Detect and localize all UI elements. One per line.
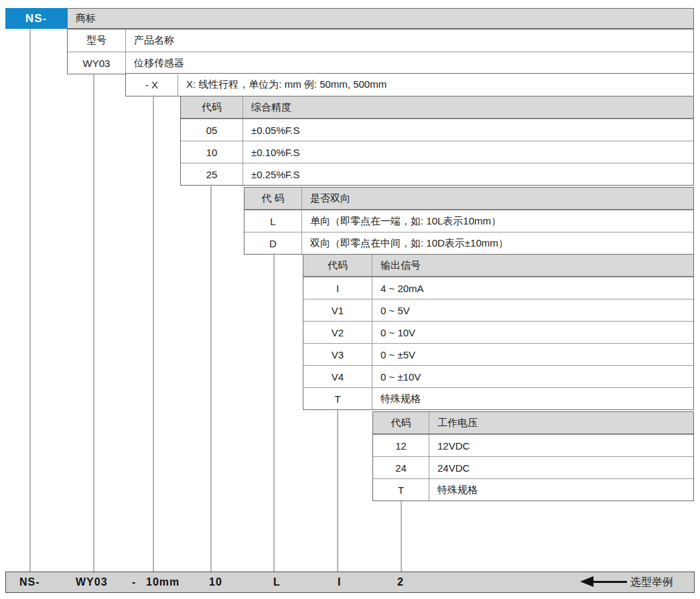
accuracy-table: 代码 综合精度 05 ±0.05%F.S 10 ±0.10%F.S 25 ±0.… (180, 96, 694, 186)
example-segment: WY03 (76, 572, 108, 592)
table-row: L 单向（即零点在一端，如: 10L表示10mm） (244, 210, 693, 232)
example-segment: NS- (19, 572, 40, 592)
voltage-table: 代码 工作电压 12 12VDC 24 24VDC T 特殊规格 (372, 411, 694, 501)
accuracy-code: 05 (181, 119, 243, 141)
connector-line-model (93, 73, 94, 572)
table-row: V2 0 ~ 10V (303, 321, 693, 343)
accuracy-code: 10 (181, 141, 243, 163)
output-desc: 0 ~ ±5V (372, 344, 693, 365)
table-row: T 特殊规格 (373, 478, 693, 501)
table-row: WY03 位移传感器 (68, 52, 693, 74)
output-header-desc: 输出信号 (372, 255, 693, 276)
table-row: T 特殊规格 (303, 387, 693, 409)
model-prefix-badge: NS- (5, 8, 67, 29)
voltage-desc: 24VDC (429, 457, 693, 478)
table-row: 10 ±0.10%F.S (181, 141, 693, 163)
table-row: V1 0 ~ 5V (303, 299, 693, 321)
table-row: 12 12VDC (373, 434, 693, 456)
brand-label: 商标 (76, 12, 96, 25)
direction-header-code: 代 码 (244, 188, 302, 209)
connector-line-prefix (29, 29, 31, 572)
output-code: V2 (303, 322, 372, 343)
accuracy-desc: ±0.25%F.S (243, 163, 693, 185)
accuracy-desc: ±0.05%F.S (243, 119, 693, 141)
example-bar-label: 选型举例 (630, 572, 673, 593)
example-segment: 10 (209, 572, 222, 592)
table-row: 型号 产品名称 (68, 29, 693, 52)
table-row: D 双向（即零点在中间，如: 10D表示±10mm） (244, 232, 693, 254)
table-header-row: 代码 综合精度 (181, 96, 693, 119)
output-desc: 4 ~ 20mA (372, 277, 693, 299)
stroke-code: - X (126, 74, 178, 96)
model-table: 型号 产品名称 WY03 位移传感器 (67, 29, 694, 74)
table-header-row: 代码 工作电压 (373, 412, 693, 434)
example-segment: 10mm (146, 572, 180, 592)
voltage-code: 12 (373, 435, 429, 456)
accuracy-header-desc: 综合精度 (243, 96, 693, 118)
table-row: V3 0 ~ ±5V (303, 343, 693, 365)
connector-line-direction (273, 253, 275, 572)
model-code: WY03 (68, 52, 126, 74)
accuracy-code: 25 (181, 163, 243, 185)
voltage-header-desc: 工作电压 (429, 412, 693, 434)
direction-table: 代 码 是否双向 L 单向（即零点在一端，如: 10L表示10mm） D 双向（… (244, 187, 694, 255)
output-code: V4 (303, 366, 372, 387)
output-desc: 0 ~ ±10V (372, 366, 693, 387)
table-header-row: 代 码 是否双向 (244, 188, 693, 210)
output-header-code: 代码 (303, 255, 372, 276)
model-header-desc: 产品名称 (126, 29, 693, 52)
table-row: V4 0 ~ ±10V (303, 365, 693, 387)
ordering-code-diagram: NS- 商标 型号 产品名称 WY03 位移传感器 - X X: 线性行程，单位… (0, 0, 700, 599)
left-arrow-icon (580, 576, 593, 587)
output-signal-table: 代码 输出信号 I 4 ~ 20mA V1 0 ~ 5V V2 0 ~ 10V … (303, 254, 694, 410)
example-segment: I (338, 572, 341, 592)
voltage-code: T (373, 479, 429, 501)
model-desc: 位移传感器 (126, 52, 693, 74)
model-header-code: 型号 (68, 29, 126, 52)
stroke-desc: X: 线性行程，单位为: mm 例: 50mm, 500mm (178, 74, 693, 96)
stroke-table: - X X: 线性行程，单位为: mm 例: 50mm, 500mm (125, 73, 694, 96)
output-code: T (303, 388, 372, 409)
output-desc: 0 ~ 5V (372, 300, 693, 321)
output-code: I (303, 277, 372, 299)
connector-line-accuracy (210, 184, 212, 572)
left-arrow-tail (592, 581, 627, 583)
output-code: V1 (303, 300, 372, 321)
voltage-code: 24 (373, 457, 429, 478)
direction-desc: 双向（即零点在中间，如: 10D表示±10mm） (302, 232, 693, 254)
example-segment: 2 (397, 572, 404, 592)
example-segment: L (273, 572, 281, 592)
output-code: V3 (303, 344, 372, 365)
output-desc: 特殊规格 (372, 388, 693, 409)
direction-code: L (244, 210, 302, 232)
accuracy-desc: ±0.10%F.S (243, 141, 693, 163)
connector-line-stroke (153, 95, 154, 572)
table-row: 25 ±0.25%F.S (181, 163, 693, 185)
output-desc: 0 ~ 10V (372, 322, 693, 343)
voltage-desc: 12VDC (429, 435, 693, 456)
table-row: - X X: 线性行程，单位为: mm 例: 50mm, 500mm (126, 74, 693, 96)
table-row: 24 24VDC (373, 456, 693, 478)
table-header-row: 代码 输出信号 (303, 255, 693, 277)
connector-line-output (337, 409, 338, 572)
direction-header-desc: 是否双向 (302, 188, 693, 209)
voltage-desc: 特殊规格 (429, 479, 693, 501)
table-row: I 4 ~ 20mA (303, 277, 693, 299)
direction-code: D (244, 232, 302, 254)
accuracy-header-code: 代码 (181, 96, 243, 118)
example-segment: - (132, 572, 136, 592)
direction-desc: 单向（即零点在一端，如: 10L表示10mm） (302, 210, 693, 232)
connector-line-voltage (401, 501, 402, 572)
brand-header-row: 商标 (67, 8, 694, 29)
table-row: 05 ±0.05%F.S (181, 119, 693, 141)
voltage-header-code: 代码 (373, 412, 429, 434)
